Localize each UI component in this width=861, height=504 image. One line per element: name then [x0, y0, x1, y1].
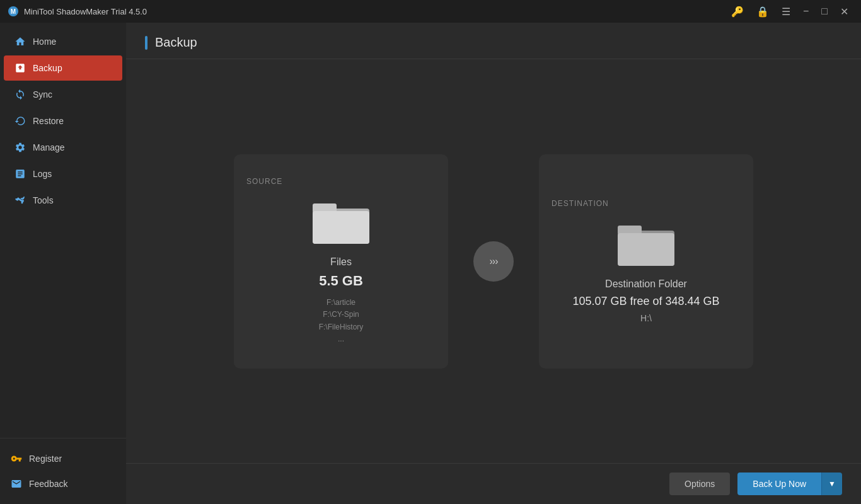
lock-icon[interactable]: 🔒 [751, 3, 774, 20]
destination-free-space: 105.07 GB free of 348.44 GB [572, 295, 719, 308]
sidebar-item-backup[interactable]: Backup [4, 55, 122, 81]
titlebar: M MiniTool ShadowMaker Trial 4.5.0 🔑 🔒 ☰… [0, 0, 861, 23]
menu-icon[interactable]: ☰ [777, 3, 795, 20]
sidebar-bottom: Register Feedback [0, 438, 126, 504]
destination-folder-icon [618, 220, 674, 268]
logs-icon [14, 168, 26, 180]
sidebar-item-feedback[interactable]: Feedback [0, 471, 126, 496]
header-accent [145, 36, 147, 50]
dropdown-arrow-icon: ▼ [828, 479, 836, 488]
register-icon [10, 452, 23, 465]
svg-rect-6 [618, 226, 642, 234]
sidebar-label-restore: Restore [33, 116, 64, 126]
feedback-icon [10, 478, 23, 490]
arrow-button[interactable]: ››› [473, 241, 514, 282]
source-path-more: ... [319, 333, 364, 345]
sidebar-item-logs[interactable]: Logs [4, 161, 122, 186]
sidebar-label-logs: Logs [33, 169, 52, 179]
source-path-1: F:\article [319, 297, 364, 309]
sidebar-item-manage[interactable]: Manage [4, 135, 122, 160]
manage-icon [14, 141, 26, 154]
minimize-button[interactable]: − [798, 3, 814, 20]
sidebar-label-tools: Tools [33, 195, 54, 205]
app-body: Home Backup Sync Restore [0, 23, 861, 504]
app-logo: M [8, 6, 19, 17]
sidebar-item-restore[interactable]: Restore [4, 108, 122, 134]
destination-type-label: Destination Folder [605, 278, 687, 290]
page-title: Backup [155, 35, 197, 50]
sidebar-label-manage: Manage [33, 142, 65, 152]
footer: Options Back Up Now ▼ [126, 463, 861, 504]
svg-rect-3 [313, 203, 337, 212]
sidebar-item-sync[interactable]: Sync [4, 82, 122, 107]
source-folder-icon [313, 198, 369, 246]
sidebar-label-home: Home [33, 37, 56, 47]
source-section-label: SOURCE [246, 177, 282, 186]
sidebar-item-register[interactable]: Register [0, 446, 126, 471]
svg-text:M: M [11, 8, 16, 15]
backup-area: SOURCE Files 5.5 GB F:\article F:\CY- [126, 59, 861, 463]
sidebar-label-feedback: Feedback [29, 479, 67, 489]
source-type-label: Files [330, 256, 352, 268]
app-title: MiniTool ShadowMaker Trial 4.5.0 [24, 7, 726, 16]
source-card[interactable]: SOURCE Files 5.5 GB F:\article F:\CY- [234, 154, 448, 369]
sidebar-nav: Home Backup Sync Restore [0, 23, 126, 438]
home-icon [14, 35, 26, 48]
page-header: Backup [126, 23, 861, 59]
sidebar-label-register: Register [29, 454, 62, 464]
source-paths: F:\article F:\CY-Spin F:\FileHistory ... [319, 297, 364, 345]
sidebar-label-sync: Sync [33, 89, 52, 100]
sync-icon [14, 88, 26, 101]
backup-icon [14, 62, 26, 74]
main-content: Backup SOURCE Files 5.5 GB [126, 23, 861, 504]
destination-card[interactable]: DESTINATION Destination Folder 105.07 GB… [539, 154, 753, 369]
sidebar-item-home[interactable]: Home [4, 29, 122, 54]
source-size: 5.5 GB [319, 273, 363, 289]
arrow-symbol: ››› [490, 256, 498, 267]
close-button[interactable]: ✕ [835, 3, 853, 20]
window-controls: 🔑 🔒 ☰ − □ ✕ [726, 3, 853, 20]
destination-section-label: DESTINATION [552, 199, 609, 208]
backup-now-button[interactable]: Back Up Now [737, 472, 821, 495]
sidebar-label-backup: Backup [33, 63, 62, 73]
sidebar: Home Backup Sync Restore [0, 23, 126, 504]
svg-rect-4 [313, 211, 369, 244]
backup-button-group: Back Up Now ▼ [737, 472, 842, 495]
source-path-2: F:\CY-Spin [319, 309, 364, 321]
options-button[interactable]: Options [669, 472, 730, 495]
backup-dropdown-button[interactable]: ▼ [821, 472, 842, 495]
key-icon[interactable]: 🔑 [726, 3, 749, 20]
source-path-3: F:\FileHistory [319, 321, 364, 333]
destination-drive: H:\ [640, 313, 652, 323]
tools-icon [14, 194, 26, 207]
svg-rect-7 [618, 233, 674, 266]
maximize-button[interactable]: □ [816, 3, 833, 20]
restore-icon [14, 115, 26, 127]
sidebar-item-tools[interactable]: Tools [4, 188, 122, 213]
